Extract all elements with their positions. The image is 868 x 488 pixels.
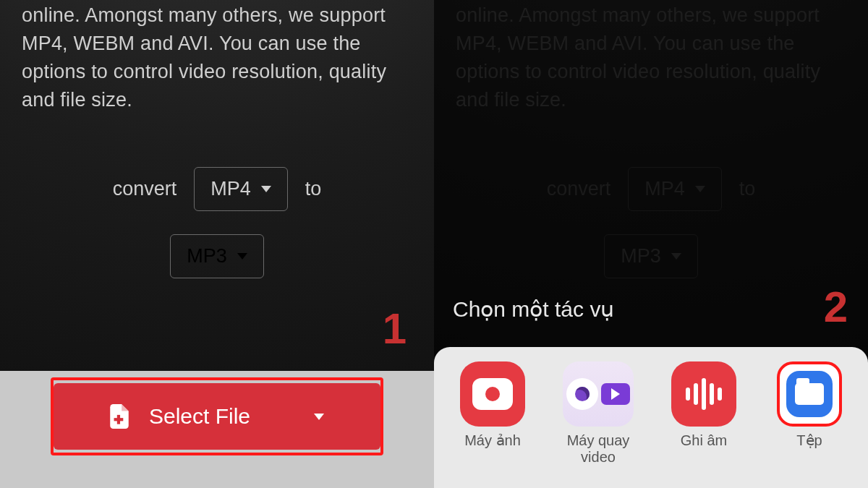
video-recorder-icon [563, 361, 634, 427]
step-2-panel: online. Amongst many others, we support … [434, 0, 868, 488]
files-icon-highlight [777, 361, 842, 427]
step-1-background: online. Amongst many others, we support … [0, 0, 434, 488]
app-label-voice: Ghi âm [681, 432, 727, 449]
convert-to-row: MP3 [0, 234, 434, 278]
file-add-icon [110, 404, 129, 429]
app-option-voice-recorder[interactable]: Ghi âm [657, 361, 751, 449]
camera-icon [460, 361, 525, 427]
chevron-down-icon [314, 414, 324, 420]
app-label-video: Máy quay video [551, 432, 645, 466]
chevron-down-icon [261, 186, 271, 192]
convert-from-row: convert MP4 to [0, 167, 434, 211]
app-option-video-recorder[interactable]: Máy quay video [551, 361, 645, 466]
select-file-label: Select File [149, 404, 250, 429]
convert-to-label: to [305, 178, 322, 200]
chevron-down-icon [237, 253, 247, 260]
folder-icon [786, 371, 833, 417]
to-format-dropdown[interactable]: MP3 [170, 234, 264, 278]
action-sheet: Máy ảnh Máy quay video Ghi âm [434, 347, 868, 488]
app-label-camera: Máy ảnh [464, 432, 521, 449]
app-option-camera[interactable]: Máy ảnh [446, 361, 540, 449]
action-sheet-title: Chọn một tác vụ [453, 296, 614, 322]
step-number-2: 2 [824, 282, 848, 332]
step-number-1: 1 [383, 304, 407, 354]
app-option-files[interactable]: Tệp [762, 361, 856, 449]
step-1-panel: online. Amongst many others, we support … [0, 0, 434, 488]
to-format-value: MP3 [187, 245, 227, 267]
voice-wave-icon [671, 361, 736, 427]
convert-prefix-label: convert [113, 178, 177, 200]
svg-rect-1 [114, 418, 124, 421]
from-format-value: MP4 [210, 178, 251, 200]
select-file-button[interactable]: Select File [54, 383, 380, 450]
app-label-files: Tệp [796, 432, 822, 449]
select-file-highlight: Select File [51, 377, 383, 455]
converter-description: online. Amongst many others, we support … [0, 0, 434, 115]
step-2-background: online. Amongst many others, we support … [434, 0, 868, 488]
from-format-dropdown[interactable]: MP4 [194, 167, 288, 211]
